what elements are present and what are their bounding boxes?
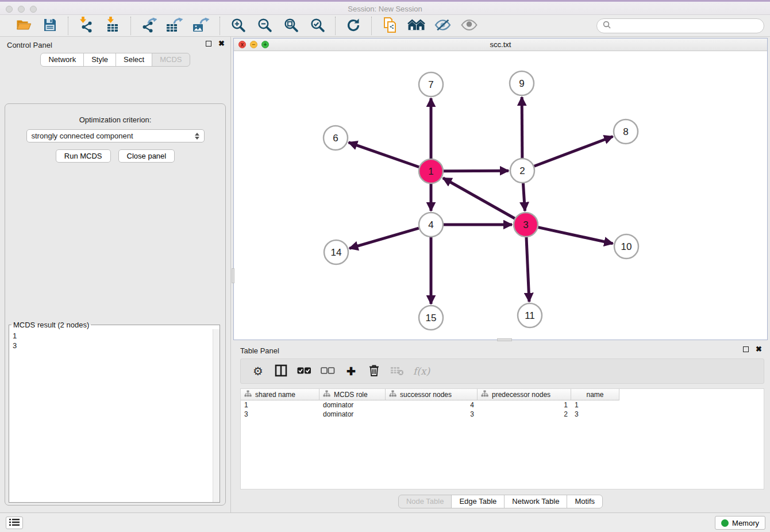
save-session-button[interactable] [39, 17, 61, 35]
column-header-MCDS-role[interactable]: MCDS role [319, 389, 386, 400]
export-table-button[interactable] [164, 17, 186, 35]
clone-network-button[interactable] [379, 17, 401, 35]
column-header-name[interactable]: name [571, 389, 619, 400]
tab-edge-table[interactable]: Edge Table [451, 495, 505, 508]
graph-edge-2-3[interactable] [523, 183, 525, 211]
split-divider-vertical[interactable] [232, 268, 234, 283]
import-table-button[interactable] [102, 17, 124, 35]
table-cell[interactable]: 4 [386, 400, 478, 410]
graph-node-11[interactable]: 11 [518, 303, 542, 327]
network-window-titlebar[interactable]: x − + scc.txt [234, 38, 767, 51]
memory-label: Memory [732, 519, 759, 527]
zoom-selected-button[interactable] [306, 17, 328, 35]
graph-node-8[interactable]: 8 [614, 119, 638, 144]
tab-node-table[interactable]: Node Table [398, 495, 452, 508]
graph-node-2[interactable]: 2 [510, 159, 534, 183]
graph-node-3[interactable]: 3 [514, 213, 538, 237]
run-mcds-button[interactable]: Run MCDS [56, 149, 111, 163]
graph-node-10[interactable]: 10 [614, 234, 638, 259]
memory-button[interactable]: Memory [715, 516, 765, 530]
minimize-view-icon[interactable]: − [250, 41, 257, 48]
tab-network[interactable]: Network [40, 53, 84, 67]
graph-edge-3-1[interactable] [443, 178, 515, 218]
close-panel-button[interactable]: Close panel [118, 149, 175, 163]
split-divider-horizontal[interactable] [497, 338, 512, 341]
gear-button[interactable]: ⚙ [251, 363, 265, 380]
maximize-view-icon[interactable]: + [261, 41, 269, 48]
node-table[interactable]: shared nameMCDS rolesuccessor nodesprede… [240, 388, 764, 489]
columns-button[interactable] [274, 363, 288, 380]
zoom-in-button[interactable] [227, 17, 249, 35]
optimization-criterion-select[interactable]: strongly connected component [26, 129, 205, 142]
delete-row-button[interactable] [367, 363, 381, 380]
graph-node-14[interactable]: 14 [324, 240, 348, 264]
column-header-predecessor-nodes[interactable]: predecessor nodes [478, 389, 571, 400]
export-image-icon [193, 17, 210, 34]
add-row-button[interactable]: ✚ [344, 363, 358, 380]
delete-table-button[interactable] [390, 363, 404, 380]
graph-edge-1-6[interactable] [349, 142, 419, 167]
table-cell[interactable]: 3 [386, 410, 478, 419]
table-row[interactable]: 1dominator411 [241, 400, 764, 410]
close-view-icon[interactable]: x [238, 41, 246, 48]
table-cell[interactable]: 1 [571, 400, 619, 410]
select-all-icon [297, 367, 311, 376]
mcds-result-text[interactable]: 13 [9, 329, 213, 502]
table-cell[interactable]: 1 [241, 400, 319, 410]
table-cell[interactable]: 3 [571, 410, 619, 419]
table-cell[interactable]: dominator [319, 410, 386, 419]
graph-node-7[interactable]: 7 [419, 72, 443, 97]
home-view-button[interactable] [405, 17, 427, 35]
graph-node-15[interactable]: 15 [419, 306, 443, 330]
zoom-out-icon [257, 17, 272, 34]
network-canvas[interactable]: 7968124314101511 [234, 51, 767, 340]
table-row[interactable]: 3dominator323 [241, 410, 764, 419]
close-panel-icon[interactable]: ✖ [218, 41, 225, 47]
graph-node-6[interactable]: 6 [324, 126, 348, 150]
table-cell[interactable]: 1 [478, 400, 571, 410]
graph-node-4[interactable]: 4 [419, 213, 443, 237]
graph-edge-1-2[interactable] [444, 171, 509, 171]
search-box[interactable] [596, 18, 764, 33]
column-label: successor nodes [400, 391, 452, 399]
tab-motifs[interactable]: Motifs [567, 495, 603, 508]
function-builder-button[interactable]: f(x) [413, 363, 430, 380]
refresh-network-button[interactable] [342, 17, 364, 35]
graph-edge-2-8[interactable] [534, 136, 613, 166]
tab-style[interactable]: Style [83, 53, 116, 67]
graph-edge-2-9[interactable] [522, 97, 522, 158]
network-graph[interactable]: 7968124314101511 [234, 51, 767, 340]
show-eye-button[interactable] [458, 17, 480, 35]
search-input[interactable] [614, 21, 758, 30]
open-session-button[interactable] [13, 17, 34, 35]
export-network-icon [141, 17, 157, 34]
zoom-fit-button[interactable] [280, 17, 302, 35]
deselect-all-button[interactable] [321, 363, 335, 380]
select-all-button[interactable] [297, 363, 311, 380]
table-panel-title: Table Panel [240, 346, 279, 355]
graph-node-1[interactable]: 1 [419, 159, 443, 183]
export-network-button[interactable] [138, 17, 160, 35]
graph-node-9[interactable]: 9 [510, 71, 534, 95]
column-header-shared-name[interactable]: shared name [241, 389, 319, 400]
graph-edge-3-11[interactable] [526, 237, 529, 302]
result-scrollbar[interactable] [213, 329, 220, 502]
float-table-panel-icon[interactable] [743, 346, 749, 352]
column-header-successor-nodes[interactable]: successor nodes [386, 389, 478, 400]
graph-edge-4-14[interactable] [349, 228, 419, 248]
float-panel-icon[interactable] [206, 41, 211, 47]
table-cell[interactable]: 2 [478, 410, 571, 419]
home-view-icon [407, 18, 425, 34]
tab-select[interactable]: Select [116, 53, 152, 67]
task-history-button[interactable] [6, 516, 23, 529]
graph-edge-3-10[interactable] [538, 228, 613, 244]
close-table-panel-icon[interactable]: ✖ [756, 346, 762, 352]
export-image-button[interactable] [191, 17, 213, 35]
table-cell[interactable]: 3 [241, 410, 319, 419]
hide-eye-button[interactable] [432, 17, 453, 35]
import-network-button[interactable] [75, 17, 97, 35]
zoom-out-button[interactable] [253, 17, 275, 35]
table-cell[interactable]: dominator [319, 400, 386, 410]
tab-network-table[interactable]: Network Table [504, 495, 567, 508]
tab-mcds[interactable]: MCDS [152, 53, 190, 67]
